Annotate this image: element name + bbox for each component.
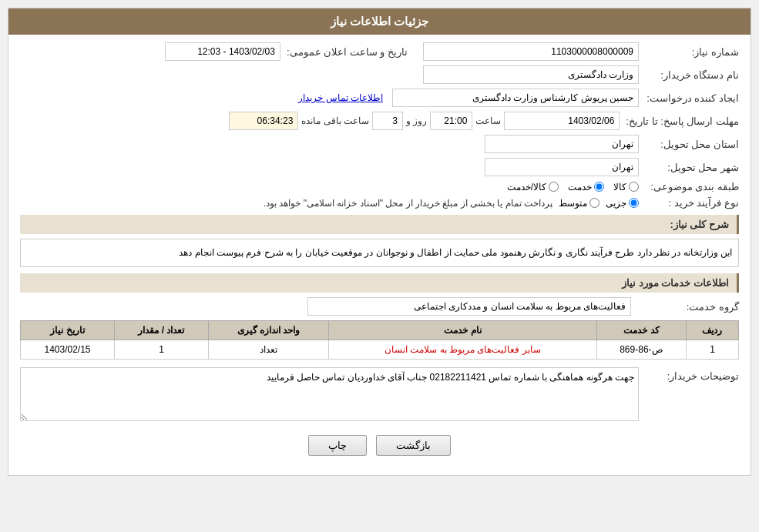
deadline-countdown-input[interactable] <box>229 112 298 130</box>
buyer-org-label: نام دستگاه خریدار: <box>639 69 739 81</box>
creator-label: ایجاد کننده درخواست: <box>639 92 739 104</box>
buyer-org-input[interactable] <box>423 65 639 84</box>
category-kala[interactable]: کالا <box>613 182 639 192</box>
deadline-time-input[interactable] <box>430 112 472 130</box>
creator-input[interactable] <box>392 89 639 107</box>
need-number-label: شماره نیاز: <box>639 46 739 58</box>
deadline-time-label: ساعت <box>475 115 501 126</box>
announcement-date-input[interactable] <box>165 42 280 61</box>
deadline-row: مهلت ارسال پاسخ: تا تاریخ: ساعت روز و سا… <box>20 112 739 130</box>
cell-unit: تعداد <box>208 340 328 360</box>
announcement-date-label: تاریخ و ساعت اعلان عمومی: <box>280 46 408 58</box>
deadline-date-group: ساعت روز و ساعت باقی مانده <box>229 112 620 130</box>
city-input[interactable] <box>485 158 639 176</box>
cell-service-code: ص-86-869 <box>596 340 686 360</box>
content-area: شماره نیاز: تاریخ و ساعت اعلان عمومی: نا… <box>8 35 751 475</box>
creator-row: ایجاد کننده درخواست: اطلاعات تماس خریدار <box>20 89 739 107</box>
main-container: جزئیات اطلاعات نیاز شماره نیاز: تاریخ و … <box>8 8 751 476</box>
col-service-name: نام خدمت <box>329 321 597 340</box>
page-title: جزئیات اطلاعات نیاز <box>8 8 751 35</box>
category-radio-group: کالا خدمت کالا/خدمت <box>507 182 639 192</box>
deadline-days-input[interactable] <box>372 112 403 130</box>
col-service-code: کد خدمت <box>596 321 686 340</box>
buyer-desc-label: توضیحات خریدار: <box>639 367 739 382</box>
process-options-group: جزیی متوسط پرداخت تمام یا بخشی از مبلغ خ… <box>264 198 639 209</box>
col-quantity: تعداد / مقدار <box>115 321 209 340</box>
page-wrapper: جزئیات اطلاعات نیاز شماره نیاز: تاریخ و … <box>0 0 759 532</box>
process-motavaset[interactable]: متوسط <box>559 198 599 209</box>
table-row: 1 ص-86-869 سایر فعالیت‌های مربوط به سلام… <box>21 340 739 360</box>
service-group-input[interactable] <box>307 297 631 316</box>
city-label: شهر محل تحویل: <box>639 162 739 173</box>
process-row: نوع فرآیند خرید : جزیی متوسط پرداخت تمام… <box>20 197 739 209</box>
cell-date: 1403/02/15 <box>21 340 115 360</box>
province-row: استان محل تحویل: <box>20 135 739 153</box>
bottom-buttons: بازگشت چاپ <box>20 427 739 467</box>
deadline-day-label: روز و <box>406 115 427 126</box>
need-number-input[interactable] <box>423 42 639 61</box>
process-jozii[interactable]: جزیی <box>606 198 639 209</box>
contact-link[interactable]: اطلاعات تماس خریدار <box>298 92 383 103</box>
buyer-desc-textarea[interactable] <box>20 367 639 421</box>
category-label: طبقه بندی موضوعی: <box>639 181 739 192</box>
description-container: این وزارتخانه در نظر دارد طرح فرآیند نگا… <box>20 239 739 267</box>
service-group-row: گروه خدمت: <box>20 297 739 316</box>
deadline-label: مهلت ارسال پاسخ: تا تاریخ: <box>620 115 739 127</box>
services-section-title: اطلاعات خدمات مورد نیاز <box>20 273 739 293</box>
buyer-org-row: نام دستگاه خریدار: <box>20 65 739 84</box>
description-text: این وزارتخانه در نظر دارد طرح فرآیند نگا… <box>20 239 739 267</box>
province-label: استان محل تحویل: <box>639 139 739 150</box>
cell-quantity: 1 <box>115 340 209 360</box>
col-unit: واحد اندازه گیری <box>208 321 328 340</box>
print-button[interactable]: چاپ <box>308 435 367 456</box>
services-table: ردیف کد خدمت نام خدمت واحد اندازه گیری ت… <box>20 320 739 360</box>
cell-row-num: 1 <box>686 340 738 360</box>
buyer-desc-row: توضیحات خریدار: <box>20 367 739 421</box>
col-row-num: ردیف <box>686 321 738 340</box>
description-section-title: شرح کلی نیاز: <box>20 215 739 234</box>
process-label: نوع فرآیند خرید : <box>639 197 739 209</box>
back-button[interactable]: بازگشت <box>376 435 451 456</box>
service-name-link[interactable]: سایر فعالیت‌های مربوط به سلامت انسان <box>385 344 541 355</box>
category-kala-khedmat[interactable]: کالا/خدمت <box>507 182 559 192</box>
city-row: شهر محل تحویل: <box>20 158 739 176</box>
deadline-date-input[interactable] <box>504 112 620 130</box>
col-date: تاریخ نیاز <box>21 321 115 340</box>
province-input[interactable] <box>485 135 639 153</box>
process-note: پرداخت تمام یا بخشی از مبلغ خریدار از مح… <box>264 198 552 209</box>
category-row: طبقه بندی موضوعی: کالا خدمت کالا/خدمت <box>20 181 739 192</box>
buyer-desc-section: توضیحات خریدار: <box>20 367 739 421</box>
need-number-row: شماره نیاز: تاریخ و ساعت اعلان عمومی: <box>20 42 739 61</box>
deadline-remaining-label: ساعت باقی مانده <box>301 115 369 126</box>
cell-service-name: سایر فعالیت‌های مربوط به سلامت انسان <box>329 340 597 360</box>
category-khedmat[interactable]: خدمت <box>568 182 604 192</box>
service-group-label: گروه خدمت: <box>639 301 739 313</box>
